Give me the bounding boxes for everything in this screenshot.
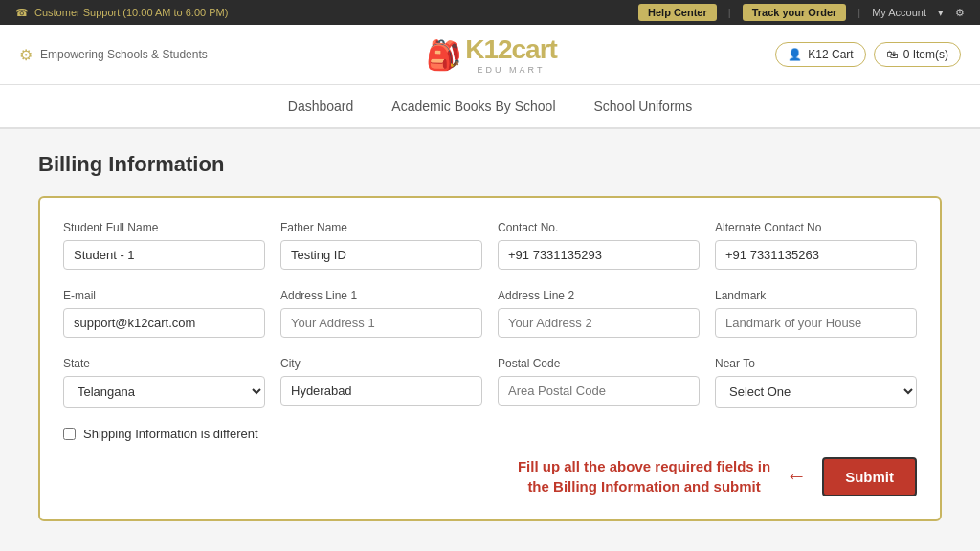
nearto-label: Near To	[715, 357, 917, 370]
email-label: E-mail	[63, 289, 265, 302]
postal-label: Postal Code	[498, 357, 700, 370]
billing-form-card: Student Full Name Father Name Contact No…	[38, 196, 942, 521]
support-info: ☎ Customer Support (10:00 AM to 6:00 PM)	[15, 7, 228, 19]
k12cart-button[interactable]: 👤 K12 Cart	[775, 42, 865, 67]
nearto-select[interactable]: Select One	[715, 376, 917, 408]
father-name-group: Father Name	[280, 221, 482, 270]
submit-hint-line1: Fill up all the above required fields in	[518, 458, 770, 474]
postal-input[interactable]	[498, 376, 700, 406]
header-actions: 👤 K12 Cart 🛍 0 Item(s)	[775, 42, 961, 67]
form-row-2: E-mail Address Line 1 Address Line 2 Lan…	[63, 289, 917, 338]
alt-contact-group: Alternate Contact No	[715, 221, 917, 270]
shipping-info-checkbox[interactable]	[63, 428, 76, 440]
nav-books-by-school[interactable]: Academic Books By School	[391, 95, 555, 118]
page-title: Billing Information	[38, 152, 942, 177]
shipping-info-label: Shipping Information is different	[83, 427, 258, 441]
state-select[interactable]: Telangana	[63, 376, 265, 408]
postal-group: Postal Code	[498, 357, 700, 408]
logo-text-area: K12cart EDU MART	[465, 34, 557, 75]
nav-school-uniforms[interactable]: School Uniforms	[594, 95, 693, 118]
top-bar-right: Help Center | Track your Order | My Acco…	[638, 4, 965, 21]
father-name-label: Father Name	[280, 221, 482, 234]
addr2-input[interactable]	[498, 308, 700, 338]
arrow-right-icon: ←	[786, 464, 807, 489]
tagline: Empowering Schools & Students	[40, 48, 208, 61]
alt-contact-label: Alternate Contact No	[715, 221, 917, 234]
phone-icon: ☎	[15, 7, 29, 19]
items-button[interactable]: 🛍 0 Item(s)	[874, 42, 961, 67]
submit-area: Fill up all the above required fields in…	[63, 456, 917, 496]
support-text: Customer Support (10:00 AM to 6:00 PM)	[34, 7, 228, 18]
landmark-input[interactable]	[715, 308, 917, 338]
contact-input[interactable]	[498, 240, 700, 270]
main-content: Billing Information Student Full Name Fa…	[0, 129, 980, 544]
city-input[interactable]	[280, 376, 482, 406]
student-name-input[interactable]	[63, 240, 265, 270]
header: ⚙ Empowering Schools & Students 🎒 K12car…	[0, 25, 980, 85]
shopping-bag-icon: 🛍	[886, 48, 898, 61]
contact-group: Contact No.	[498, 221, 700, 270]
email-group: E-mail	[63, 289, 265, 338]
student-name-group: Student Full Name	[63, 221, 265, 270]
submit-hint: Fill up all the above required fields in…	[518, 456, 770, 496]
k12cart-label: K12 Cart	[808, 48, 853, 61]
student-name-label: Student Full Name	[63, 221, 265, 234]
gear-icon: ⚙	[19, 46, 33, 64]
submit-hint-line2: the Billing Information and submit	[527, 478, 760, 495]
city-label: City	[280, 357, 482, 370]
help-center-button[interactable]: Help Center	[638, 4, 717, 21]
nav-dashboard[interactable]: Dashboard	[288, 95, 354, 118]
addr2-label: Address Line 2	[498, 289, 700, 302]
shipping-info-row: Shipping Information is different	[63, 427, 917, 441]
submit-button[interactable]: Submit	[822, 457, 917, 496]
form-row-1: Student Full Name Father Name Contact No…	[63, 221, 917, 270]
main-nav: Dashboard Academic Books By School Schoo…	[0, 85, 980, 129]
contact-label: Contact No.	[498, 221, 700, 234]
addr1-input[interactable]	[280, 308, 482, 338]
email-input[interactable]	[63, 308, 265, 338]
logo-mascot-icon: 🎒	[426, 38, 461, 72]
header-tagline-area: ⚙ Empowering Schools & Students	[19, 46, 208, 64]
top-bar: ☎ Customer Support (10:00 AM to 6:00 PM)…	[0, 0, 980, 25]
logo-brand: K12cart	[465, 34, 557, 65]
logo-sub: EDU MART	[478, 65, 546, 75]
cart-icon: 👤	[788, 48, 802, 61]
nearto-group: Near To Select One	[715, 357, 917, 408]
form-row-3: State Telangana City Postal Code Near To…	[63, 357, 917, 408]
landmark-label: Landmark	[715, 289, 917, 302]
addr1-group: Address Line 1	[280, 289, 482, 338]
chevron-down-icon: ▾	[938, 7, 944, 19]
track-order-button[interactable]: Track your Order	[743, 4, 847, 21]
addr2-group: Address Line 2	[498, 289, 700, 338]
my-account-link[interactable]: My Account	[872, 7, 926, 18]
state-group: State Telangana	[63, 357, 265, 408]
addr1-label: Address Line 1	[280, 289, 482, 302]
city-group: City	[280, 357, 482, 408]
settings-icon: ⚙	[955, 7, 965, 19]
logo: 🎒 K12cart EDU MART	[426, 34, 557, 75]
alt-contact-input[interactable]	[715, 240, 917, 270]
father-name-input[interactable]	[280, 240, 482, 270]
landmark-group: Landmark	[715, 289, 917, 338]
state-label: State	[63, 357, 265, 370]
items-label: 0 Item(s)	[903, 48, 948, 61]
